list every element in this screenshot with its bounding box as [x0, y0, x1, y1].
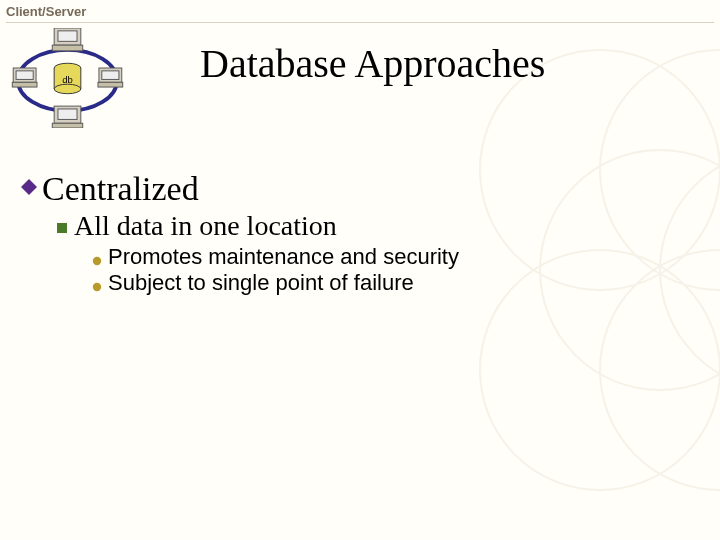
slide-title: Database Approaches: [200, 40, 700, 87]
svg-rect-8: [58, 31, 77, 41]
svg-rect-14: [16, 71, 33, 80]
bullet-lvl1-text: Centralized: [42, 170, 199, 208]
circle-bullet-icon: [92, 252, 108, 270]
circle-bullet-icon: [92, 278, 108, 296]
svg-marker-24: [21, 179, 37, 195]
svg-point-23: [54, 84, 81, 94]
svg-rect-15: [12, 82, 37, 87]
bullet-lvl2-text: All data in one location: [74, 210, 337, 242]
svg-rect-9: [52, 45, 82, 51]
bullet-lvl3: Promotes maintenance and security: [92, 244, 700, 270]
header-divider: [6, 22, 714, 23]
square-bullet-icon: [56, 220, 74, 238]
header-label: Client/Server: [6, 4, 86, 19]
bullet-lvl3: Subject to single point of failure: [92, 270, 700, 296]
diamond-bullet-icon: [20, 178, 42, 200]
svg-rect-12: [52, 123, 82, 128]
bullet-lvl2: All data in one location: [56, 210, 700, 242]
content-area: Centralized All data in one location Pro…: [20, 170, 700, 296]
clientserver-logo: db: [10, 28, 125, 128]
svg-point-26: [93, 257, 101, 265]
bullet-lvl1: Centralized: [20, 170, 700, 208]
svg-rect-17: [102, 71, 119, 80]
svg-rect-25: [57, 223, 67, 233]
db-label: db: [62, 74, 73, 85]
svg-point-27: [93, 283, 101, 291]
bullet-lvl3-text: Promotes maintenance and security: [108, 244, 459, 270]
svg-rect-11: [58, 109, 77, 119]
svg-rect-18: [98, 82, 123, 87]
bullet-lvl3-text: Subject to single point of failure: [108, 270, 414, 296]
